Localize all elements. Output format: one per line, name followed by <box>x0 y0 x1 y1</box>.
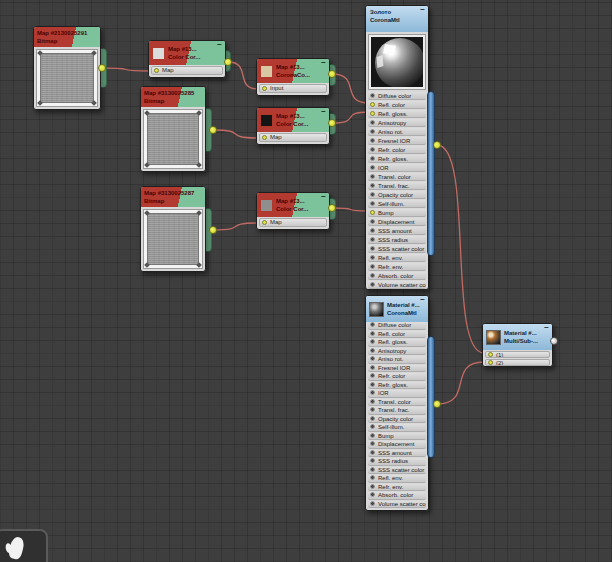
collapse-button[interactable]: − <box>321 108 326 116</box>
material-slot[interactable]: Volume scatter color <box>368 281 426 289</box>
slot-input-socket[interactable] <box>488 360 493 365</box>
material-slot[interactable]: Fresnel IOR <box>368 137 426 145</box>
coronacolor-output-socket[interactable] <box>328 70 336 78</box>
slot-input-socket[interactable] <box>370 348 375 353</box>
wire-cc1-to-coronacolor:Input[interactable] <box>228 62 258 89</box>
slot-input-socket[interactable] <box>488 352 493 357</box>
material-slot[interactable]: Displacement <box>368 441 426 449</box>
slot-input-socket[interactable] <box>370 192 375 197</box>
cc3-slot-map[interactable]: Map <box>259 218 327 227</box>
cc2-header[interactable]: Map #13... Color Cor... − <box>257 108 329 132</box>
material-slot[interactable]: Diffuse color <box>368 92 426 100</box>
slot-input-socket[interactable] <box>370 416 375 421</box>
slot-input-socket[interactable] <box>370 424 375 429</box>
material-slot[interactable]: Aniso rot. <box>368 356 426 364</box>
mtl2-scroll-strip[interactable] <box>427 336 435 458</box>
node-color-correction-3[interactable]: Map #13... Color Cor... − Map <box>256 192 330 230</box>
multisub-header[interactable]: Material #... Multi/Sub-... − <box>483 324 552 350</box>
wire-cc2-to-mtl1:Refl. gloss.[interactable] <box>332 112 369 123</box>
wire-bitmap3-to-cc3:Map[interactable] <box>213 223 258 230</box>
slot-input-socket[interactable] <box>370 210 375 215</box>
mtl1-scroll-strip[interactable] <box>427 91 435 256</box>
material-slot[interactable]: SSS scatter color <box>368 245 426 253</box>
material-slot[interactable]: Transl. color <box>368 399 426 407</box>
slot-input-socket[interactable] <box>370 120 375 125</box>
collapse-button[interactable]: − <box>217 41 222 49</box>
coronacolor-input-socket[interactable] <box>262 86 267 91</box>
node-coronamtl-gold[interactable]: Золото CoronaMtl − Diffuse color Refl. c… <box>365 5 429 290</box>
slot-input-socket[interactable] <box>370 147 375 152</box>
collapse-button[interactable]: − <box>544 324 549 332</box>
node-color-correction-1[interactable]: Map #13... Color Cor... − Map <box>148 40 226 78</box>
collapse-button[interactable]: − <box>321 59 326 67</box>
material-slot[interactable]: SSS amount <box>368 450 426 458</box>
material-slot[interactable]: Transl. frac. <box>368 182 426 190</box>
cc2-slot-map[interactable]: Map <box>259 133 327 142</box>
node-coronacolor[interactable]: Map #13... CoronaCo... − Input <box>256 58 330 96</box>
slot-input-socket[interactable] <box>370 382 375 387</box>
node-bitmap1[interactable]: Map #2130025291 Bitmap <box>33 26 101 110</box>
material-slot[interactable]: Refr. color <box>368 373 426 381</box>
mtl1-material-preview[interactable] <box>371 37 423 87</box>
slate-material-editor-canvas[interactable]: Map #2130025291 Bitmap Map #3130025285 B… <box>0 0 612 562</box>
slot-input-socket[interactable] <box>370 255 375 260</box>
slot-input-socket[interactable] <box>370 467 375 472</box>
bitmap3-output-socket[interactable] <box>209 226 217 234</box>
material-slot[interactable]: SSS amount <box>368 227 426 235</box>
slot-input-socket[interactable] <box>370 331 375 336</box>
material-slot[interactable]: Self-illum. <box>368 424 426 432</box>
cc1-output-socket[interactable] <box>224 58 232 66</box>
material-slot[interactable]: Self-illum. <box>368 200 426 208</box>
bitmap1-texture-preview[interactable] <box>40 53 94 103</box>
slot-input-socket[interactable] <box>370 201 375 206</box>
slot-input-socket[interactable] <box>370 492 375 497</box>
wire-bitmap1-to-cc1:Map[interactable] <box>102 68 150 71</box>
slot-input-socket[interactable] <box>370 390 375 395</box>
material-slot[interactable]: Transl. color <box>368 173 426 181</box>
material-slot[interactable]: Aniso rot. <box>368 128 426 136</box>
material-slot[interactable]: SSS scatter color <box>368 467 426 475</box>
cc2-map-input-socket[interactable] <box>262 135 267 140</box>
coronacolor-header[interactable]: Map #13... CoronaCo... − <box>257 59 329 83</box>
submaterial-slot[interactable]: (1) <box>485 351 550 358</box>
slot-input-socket[interactable] <box>370 102 375 107</box>
node-color-correction-2[interactable]: Map #13... Color Cor... − Map <box>256 107 330 145</box>
material-slot[interactable]: Transl. frac. <box>368 407 426 415</box>
material-slot[interactable]: Volume scatter color <box>368 501 426 509</box>
slot-input-socket[interactable] <box>370 228 375 233</box>
collapse-button[interactable]: − <box>321 193 326 201</box>
material-slot[interactable]: Fresnel IOR <box>368 365 426 373</box>
wire-bitmap2-to-cc2:Map[interactable] <box>213 130 258 138</box>
material-slot[interactable]: Diffuse color <box>368 322 426 330</box>
material-slot[interactable]: SSS radius <box>368 236 426 244</box>
material-slot[interactable]: Displacement <box>368 218 426 226</box>
material-slot[interactable]: Bump <box>368 209 426 217</box>
material-slot[interactable]: Anisotropy <box>368 119 426 127</box>
slot-input-socket[interactable] <box>370 407 375 412</box>
cc1-slot-map[interactable]: Map <box>151 66 223 75</box>
slot-input-socket[interactable] <box>370 339 375 344</box>
bitmap1-header[interactable]: Map #2130025291 Bitmap <box>34 27 100 47</box>
cc1-header[interactable]: Map #13... Color Cor... − <box>149 41 225 65</box>
material-slot[interactable]: Refr. gloss. <box>368 382 426 390</box>
slot-input-socket[interactable] <box>370 322 375 327</box>
wire-cc3-to-mtl1:Bump[interactable] <box>332 208 369 211</box>
bitmap3-texture-preview[interactable] <box>147 213 199 265</box>
slot-input-socket[interactable] <box>370 399 375 404</box>
material-slot[interactable]: Refr. color <box>368 146 426 154</box>
material-slot[interactable]: Refl. env. <box>368 254 426 262</box>
material-slot[interactable]: Refr. gloss. <box>368 155 426 163</box>
bitmap2-header[interactable]: Map #3130025285 Bitmap <box>141 87 205 107</box>
material-slot[interactable]: Refl. color <box>368 101 426 109</box>
material-slot[interactable]: IOR <box>368 390 426 398</box>
slot-input-socket[interactable] <box>370 356 375 361</box>
material-slot[interactable]: Refr. env. <box>368 484 426 492</box>
slot-input-socket[interactable] <box>370 165 375 170</box>
slot-input-socket[interactable] <box>370 458 375 463</box>
slot-input-socket[interactable] <box>370 174 375 179</box>
material-slot[interactable]: Absorb. color <box>368 492 426 500</box>
material-slot[interactable]: Refl. gloss. <box>368 339 426 347</box>
cc3-map-input-socket[interactable] <box>262 220 267 225</box>
wire-mtl2-to-multisub:(2)[interactable] <box>437 362 484 404</box>
slot-input-socket[interactable] <box>370 365 375 370</box>
